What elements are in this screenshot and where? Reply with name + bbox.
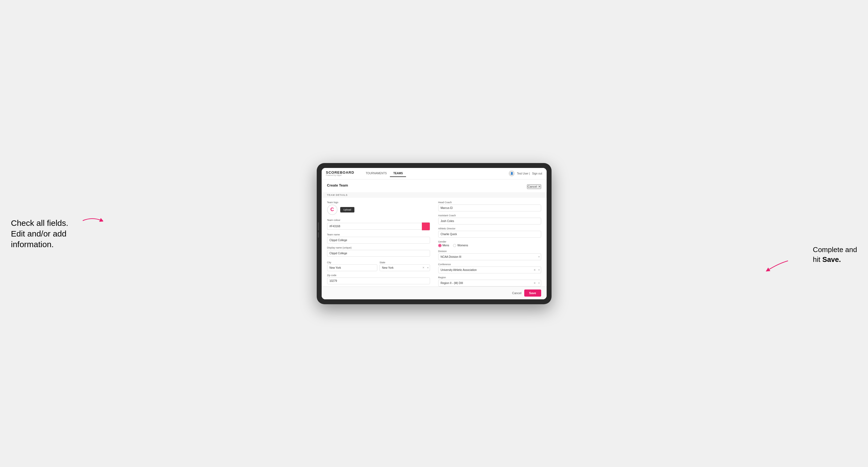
- city-state-group: City State New York ✕: [327, 259, 430, 271]
- team-name-group: Team name: [327, 233, 430, 244]
- region-select[interactable]: Region II - (M) DIII: [438, 280, 541, 286]
- team-colour-input[interactable]: [327, 223, 422, 230]
- user-avatar: 👤: [509, 170, 515, 177]
- gender-label: Gender: [438, 240, 541, 243]
- cancel-footer-button[interactable]: Cancel: [512, 291, 522, 295]
- color-swatch[interactable]: [422, 222, 430, 230]
- page-header: Create Team Cancel ✕: [327, 183, 541, 190]
- conference-group: Conference University Athletic Associati…: [438, 263, 541, 273]
- arrow-left-decoration: [81, 215, 103, 226]
- region-group: Region Region II - (M) DIII ✕ ▾: [438, 276, 541, 286]
- state-label: State: [379, 261, 385, 264]
- gender-radio-group: Mens Womens: [438, 244, 541, 247]
- athletic-dir-group: Athletic Director: [438, 227, 541, 238]
- division-select[interactable]: NCAA Division III: [438, 253, 541, 260]
- page-title: Create Team: [327, 183, 348, 187]
- state-clear-icon[interactable]: ✕: [423, 266, 425, 269]
- form-right: Head Coach Assistant Coach Athletic Dire…: [438, 201, 541, 286]
- zip-group: Zip code: [327, 274, 430, 284]
- nav-tournaments[interactable]: TOURNAMENTS: [362, 170, 390, 177]
- team-name-label: Team name: [327, 233, 430, 236]
- left-annotation-line3: information.: [11, 240, 54, 249]
- zip-label: Zip code: [327, 274, 430, 277]
- form-left: Team logo C Upload Team colour: [327, 201, 430, 286]
- logo-circle: C: [327, 205, 338, 215]
- division-label: Division: [438, 250, 541, 253]
- team-colour-group: Team colour: [327, 219, 430, 230]
- region-label: Region: [438, 276, 541, 279]
- user-label: Test User |: [517, 172, 530, 175]
- conference-select[interactable]: University Athletic Association: [438, 267, 541, 273]
- section-header: TEAM DETAILS: [322, 192, 547, 198]
- head-coach-input[interactable]: [438, 205, 541, 211]
- head-coach-group: Head Coach: [438, 201, 541, 211]
- athletic-dir-input[interactable]: [438, 231, 541, 238]
- conference-label: Conference: [438, 263, 541, 266]
- asst-coach-group: Assistant Coach: [438, 214, 541, 224]
- mens-radio-dot: [438, 244, 441, 247]
- head-coach-label: Head Coach: [438, 201, 541, 204]
- content-area: Create Team Cancel ✕ TEAM DETAILS Team l…: [322, 180, 547, 299]
- right-annotation-line2: hit: [813, 255, 823, 263]
- brand-title: SCOREBOARD: [326, 171, 354, 174]
- form-layout: Team logo C Upload Team colour: [327, 201, 541, 286]
- region-select-wrapper: Region II - (M) DIII ✕ ▾: [438, 280, 541, 286]
- team-logo-label: Team logo: [327, 201, 430, 204]
- left-annotation-line2: Edit and/or add: [11, 229, 66, 238]
- city-state-row: City State New York ✕: [327, 259, 430, 271]
- upload-button[interactable]: Upload: [340, 207, 355, 213]
- gender-mens-radio[interactable]: Mens: [438, 244, 449, 247]
- gender-womens-radio[interactable]: Womens: [453, 244, 468, 247]
- zip-input[interactable]: [327, 277, 430, 284]
- team-logo-group: Team logo C Upload: [327, 201, 430, 216]
- team-name-input[interactable]: [327, 237, 430, 244]
- right-annotation-bold: Save.: [823, 255, 841, 263]
- nav-links: TOURNAMENTS TEAMS: [362, 170, 406, 177]
- division-select-wrapper: NCAA Division III ▾: [438, 253, 541, 260]
- nav-teams[interactable]: TEAMS: [390, 170, 406, 177]
- left-annotation-line1: Check all fields.: [11, 218, 68, 227]
- asst-coach-input[interactable]: [438, 218, 541, 224]
- city-input[interactable]: [327, 264, 378, 271]
- athletic-dir-label: Athletic Director: [438, 227, 541, 230]
- display-name-label: Display name (unique): [327, 246, 430, 249]
- womens-radio-dot: [453, 244, 456, 247]
- cancel-top-button[interactable]: Cancel ✕: [527, 184, 541, 189]
- state-select-wrapper: New York ✕ ▾: [379, 264, 430, 271]
- save-button[interactable]: Save: [524, 289, 541, 297]
- navbar: SCOREBOARD Powered by clippd TOURNAMENTS…: [322, 168, 547, 180]
- logo-section: C Upload: [327, 205, 430, 215]
- region-clear-icon[interactable]: ✕: [533, 282, 536, 285]
- state-group: State New York ✕ ▾: [379, 259, 430, 271]
- arrow-right-decoration: [765, 259, 789, 273]
- display-name-group: Display name (unique): [327, 246, 430, 257]
- tablet-frame: SCOREBOARD Powered by clippd TOURNAMENTS…: [317, 163, 552, 304]
- team-colour-label: Team colour: [327, 219, 430, 221]
- display-name-input[interactable]: [327, 250, 430, 257]
- brand-subtitle: Powered by clippd: [326, 174, 354, 176]
- sign-out-link[interactable]: Sign out: [532, 172, 542, 175]
- conference-clear-icon[interactable]: ✕: [533, 269, 536, 272]
- form-footer: Cancel Save: [322, 286, 547, 299]
- nav-right: 👤 Test User | Sign out: [509, 170, 542, 177]
- division-group: Division NCAA Division III ▾: [438, 250, 541, 260]
- city-group: City: [327, 259, 378, 271]
- conference-select-wrapper: University Athletic Association ✕ ▾: [438, 267, 541, 273]
- brand-logo: SCOREBOARD Powered by clippd: [326, 171, 354, 176]
- asst-coach-label: Assistant Coach: [438, 214, 541, 217]
- color-input-wrapper: [327, 222, 430, 230]
- tablet-screen: SCOREBOARD Powered by clippd TOURNAMENTS…: [322, 168, 547, 299]
- right-annotation-line1: Complete and: [813, 246, 857, 254]
- city-label: City: [327, 261, 332, 264]
- gender-group: Gender Mens Womens: [438, 240, 541, 247]
